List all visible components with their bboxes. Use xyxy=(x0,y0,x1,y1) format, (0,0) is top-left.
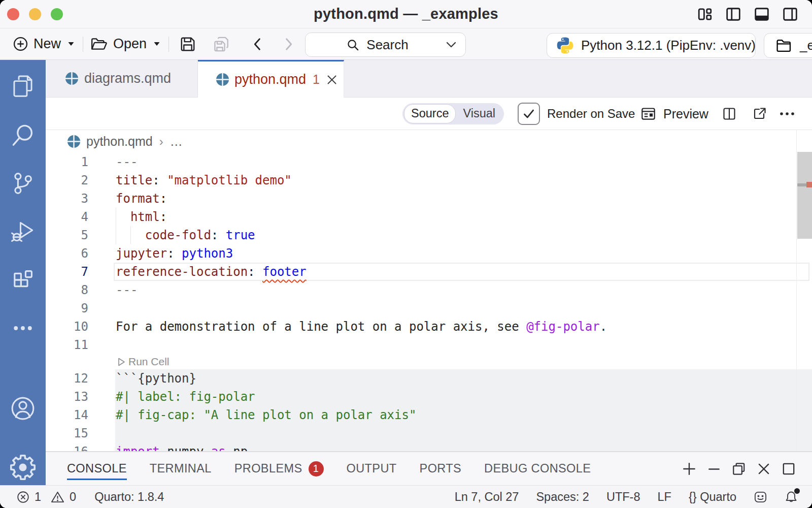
close-tab-icon[interactable] xyxy=(325,73,339,87)
overview-ruler-border xyxy=(796,130,797,451)
toolbar-divider xyxy=(168,37,169,52)
quarto-file-icon xyxy=(216,73,229,86)
line-content: jupyter: python3 xyxy=(88,244,233,263)
line-number: 5 xyxy=(46,226,88,244)
app-window: python.qmd — _examples xyxy=(0,0,812,508)
scrollbar-error-mark xyxy=(806,182,812,187)
extensions-icon[interactable] xyxy=(0,256,46,304)
toggle-left-sidebar-icon[interactable] xyxy=(726,7,741,22)
quarto-file-icon xyxy=(67,135,81,148)
preview-label: Preview xyxy=(663,106,708,121)
new-button[interactable]: New xyxy=(13,36,76,52)
explorer-icon[interactable] xyxy=(0,62,46,111)
window-title: python.qmd — _examples xyxy=(0,6,812,22)
navigate-back-icon[interactable] xyxy=(250,36,266,52)
visual-mode-button[interactable]: Visual xyxy=(456,105,502,123)
eol-status[interactable]: LF xyxy=(657,490,671,504)
panel-tab-output[interactable]: OUTPUT xyxy=(347,452,397,485)
breadcrumb: python.qmd › … xyxy=(46,130,183,153)
line-content: code-fold: true xyxy=(88,226,255,244)
run-debug-icon[interactable] xyxy=(0,207,46,256)
quarto-version-status[interactable]: Quarto: 1.8.4 xyxy=(94,490,164,504)
run-cell-codelens[interactable]: Run Cell xyxy=(46,354,170,369)
breadcrumb-separator: › xyxy=(159,135,163,149)
interpreter-selector[interactable]: Python 3.12.1 (PipEnv: .venv) xyxy=(547,33,756,58)
editor[interactable]: python.qmd › … 1---2title: "matplotlib d… xyxy=(46,130,812,451)
line-number: 9 xyxy=(46,299,88,318)
line-content: import numpy as np xyxy=(88,442,248,451)
editor-scrollbar[interactable] xyxy=(797,152,812,239)
restore-panel-icon[interactable] xyxy=(731,461,747,477)
code-line-12: 12```{python} xyxy=(46,369,812,388)
source-control-icon[interactable] xyxy=(0,159,46,207)
language-mode-status[interactable]: {} Quarto xyxy=(689,490,736,504)
save-icon[interactable] xyxy=(179,35,197,53)
workspace-folder-button[interactable]: _examples xyxy=(764,33,812,58)
encoding-status[interactable]: UTF-8 xyxy=(606,490,640,504)
editor-tab-python.qmd[interactable]: python.qmd1 xyxy=(198,60,344,98)
indentation-status[interactable]: Spaces: 2 xyxy=(536,490,589,504)
line-number: 15 xyxy=(46,424,88,442)
code-line-13: 13#| label: fig-polar xyxy=(46,388,812,406)
panel-tab-ports[interactable]: PORTS xyxy=(420,452,462,485)
line-content xyxy=(88,424,116,442)
notification-dot xyxy=(794,488,800,494)
source-visual-toggle: Source Visual xyxy=(402,103,504,124)
code-area[interactable]: 1---2title: "matplotlib demo"3format:4 h… xyxy=(46,153,812,451)
line-content: #| fig-cap: "A line plot on a polar axis… xyxy=(88,406,416,424)
line-content: format: xyxy=(88,189,167,208)
code-line-4: 4 html: xyxy=(46,208,812,226)
search-icon xyxy=(346,38,360,52)
toggle-right-sidebar-icon[interactable] xyxy=(783,7,798,22)
minimize-panel-icon[interactable] xyxy=(706,461,722,477)
open-button[interactable]: Open xyxy=(90,36,161,52)
panel-tab-terminal[interactable]: TERMINAL xyxy=(150,452,212,485)
feedback-smiley-icon[interactable] xyxy=(754,490,767,504)
open-in-new-window-icon[interactable] xyxy=(753,107,767,121)
tab-label: diagrams.qmd xyxy=(84,71,171,86)
chevron-down-icon[interactable] xyxy=(446,41,457,49)
line-content: reference-location: footer xyxy=(88,263,307,281)
top-action-bar: New Open xyxy=(0,28,812,60)
breadcrumb-more[interactable]: … xyxy=(170,134,183,149)
code-line-7: 7reference-location: footer xyxy=(46,263,812,281)
account-icon[interactable] xyxy=(0,391,46,426)
scrollbar-cursor-mark xyxy=(797,183,807,186)
chevron-down-icon xyxy=(68,42,74,46)
customize-layout-icon[interactable] xyxy=(697,7,713,22)
search-sidebar-icon[interactable] xyxy=(0,111,46,159)
panel-tab-console[interactable]: CONSOLE xyxy=(67,452,127,485)
panel-layout-icon[interactable] xyxy=(781,461,796,477)
notifications-bell-icon[interactable] xyxy=(785,490,798,504)
panel-tab-label: CONSOLE xyxy=(67,462,127,475)
panel-tab-debug-console[interactable]: DEBUG CONSOLE xyxy=(484,452,591,485)
preview-button[interactable]: Preview xyxy=(640,106,708,121)
more-editor-actions-icon[interactable] xyxy=(779,107,795,121)
problems-status[interactable]: 1 0 xyxy=(17,490,81,504)
toggle-bottom-panel-icon[interactable] xyxy=(754,7,769,22)
folder-icon xyxy=(776,39,792,53)
render-on-save-label: Render on Save xyxy=(547,107,635,121)
panel-tab-problems[interactable]: PROBLEMS1 xyxy=(234,452,324,485)
navigate-forward-icon xyxy=(280,36,296,52)
split-editor-icon[interactable] xyxy=(722,107,736,121)
preview-icon xyxy=(640,106,656,121)
code-line-14: 14#| fig-cap: "A line plot on a polar ax… xyxy=(46,406,812,424)
search-placeholder: Search xyxy=(366,37,408,53)
panel-tab-label: OUTPUT xyxy=(347,462,397,475)
search-input[interactable]: Search xyxy=(305,33,466,57)
close-panel-icon[interactable] xyxy=(756,461,771,477)
render-on-save-checkbox[interactable] xyxy=(518,103,540,125)
source-mode-button[interactable]: Source xyxy=(404,104,456,123)
cursor-position-status[interactable]: Ln 7, Col 27 xyxy=(455,490,519,504)
warning-count: 0 xyxy=(70,490,76,504)
breadcrumb-file[interactable]: python.qmd xyxy=(86,134,153,149)
panel-tab-label: TERMINAL xyxy=(150,462,212,475)
settings-gear-icon[interactable] xyxy=(0,450,46,485)
plus-icon[interactable] xyxy=(682,461,697,477)
editor-tab-diagrams.qmd[interactable]: diagrams.qmd xyxy=(46,60,198,97)
line-number: 1 xyxy=(46,153,88,171)
problems-count-badge: 1 xyxy=(309,461,324,477)
line-number: 12 xyxy=(46,369,88,388)
more-actions-icon[interactable] xyxy=(0,304,46,352)
